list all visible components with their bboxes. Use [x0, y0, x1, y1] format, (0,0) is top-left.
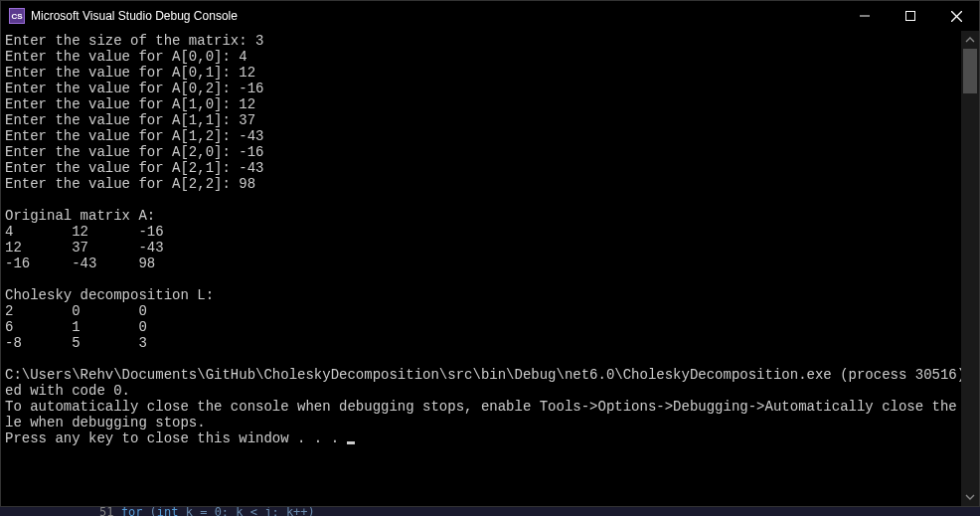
close-button[interactable]: [933, 1, 979, 31]
svg-rect-1: [906, 12, 915, 21]
maximize-button[interactable]: [888, 1, 933, 31]
console-output[interactable]: Enter the size of the matrix: 3 Enter th…: [1, 31, 961, 506]
app-icon: CS: [9, 8, 25, 24]
scroll-down-icon[interactable]: [961, 488, 979, 506]
window-title: Microsoft Visual Studio Debug Console: [31, 9, 842, 23]
window-controls: [842, 1, 979, 31]
titlebar[interactable]: CS Microsoft Visual Studio Debug Console: [1, 1, 979, 31]
console-text: Enter the size of the matrix: 3 Enter th…: [5, 33, 961, 446]
text-cursor: [347, 441, 355, 444]
scrollbar[interactable]: [961, 31, 979, 506]
scrollbar-thumb[interactable]: [963, 49, 977, 93]
console-window: CS Microsoft Visual Studio Debug Console…: [0, 0, 980, 507]
scroll-up-icon[interactable]: [961, 31, 979, 49]
minimize-button[interactable]: [842, 1, 888, 31]
